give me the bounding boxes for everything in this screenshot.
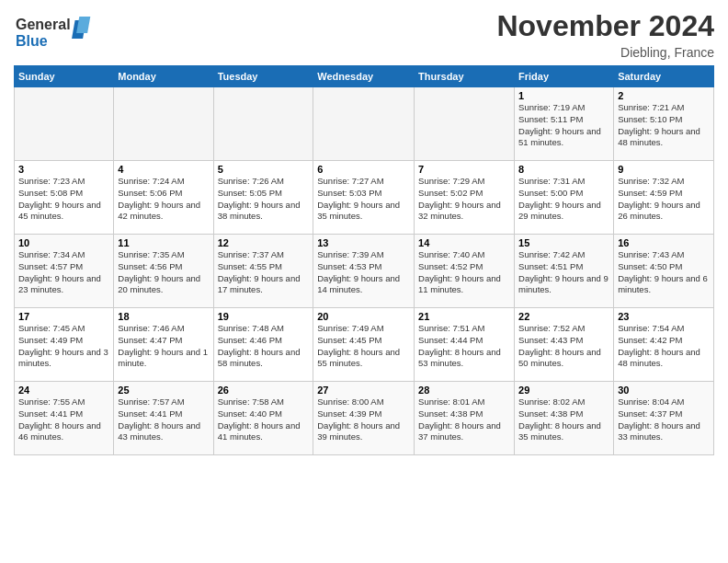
day-cell: 5Sunrise: 7:26 AM Sunset: 5:05 PM Daylig… [213,161,313,235]
day-info: Sunrise: 7:43 AM Sunset: 4:50 PM Dayligh… [618,249,710,296]
weekday-header-row: Sunday Monday Tuesday Wednesday Thursday… [15,66,714,87]
logo: General Blue [14,13,97,57]
day-number: 30 [618,385,710,396]
day-number: 18 [118,311,209,322]
logo-block: General Blue [14,13,97,57]
header: General Blue November 2024 Diebling, Fra… [14,9,714,60]
day-info: Sunrise: 8:00 AM Sunset: 4:39 PM Dayligh… [317,396,410,443]
day-cell: 28Sunrise: 8:01 AM Sunset: 4:38 PM Dayli… [415,382,515,455]
day-number: 15 [518,237,609,248]
day-number: 25 [118,385,209,396]
day-info: Sunrise: 7:40 AM Sunset: 4:52 PM Dayligh… [418,249,510,296]
week-row-2: 3Sunrise: 7:23 AM Sunset: 5:08 PM Daylig… [15,161,714,235]
day-number: 4 [118,164,209,175]
day-cell: 6Sunrise: 7:27 AM Sunset: 5:03 PM Daylig… [313,161,415,235]
day-cell: 24Sunrise: 7:55 AM Sunset: 4:41 PM Dayli… [15,382,114,455]
day-info: Sunrise: 8:02 AM Sunset: 4:38 PM Dayligh… [518,396,609,443]
week-row-1: 1Sunrise: 7:19 AM Sunset: 5:11 PM Daylig… [15,87,714,161]
header-saturday: Saturday [614,66,714,87]
day-info: Sunrise: 7:29 AM Sunset: 5:02 PM Dayligh… [418,176,510,223]
day-number: 2 [618,90,710,101]
day-info: Sunrise: 7:23 AM Sunset: 5:08 PM Dayligh… [18,176,109,223]
day-number: 26 [218,385,310,396]
day-cell: 29Sunrise: 8:02 AM Sunset: 4:38 PM Dayli… [515,382,614,455]
day-cell [213,87,313,161]
day-number: 16 [618,237,710,248]
day-info: Sunrise: 7:42 AM Sunset: 4:51 PM Dayligh… [518,249,609,296]
week-row-3: 10Sunrise: 7:34 AM Sunset: 4:57 PM Dayli… [15,235,714,308]
day-cell [313,87,415,161]
day-number: 19 [218,311,310,322]
day-cell: 17Sunrise: 7:45 AM Sunset: 4:49 PM Dayli… [15,308,114,382]
svg-text:General: General [16,17,71,32]
svg-marker-3 [76,17,90,33]
day-number: 23 [618,311,710,322]
day-number: 3 [18,164,109,175]
day-number: 9 [618,164,710,175]
day-cell: 7Sunrise: 7:29 AM Sunset: 5:02 PM Daylig… [415,161,515,235]
month-title: November 2024 [496,9,714,43]
header-thursday: Thursday [415,66,515,87]
header-sunday: Sunday [15,66,114,87]
day-cell: 26Sunrise: 7:58 AM Sunset: 4:40 PM Dayli… [213,382,313,455]
day-info: Sunrise: 8:04 AM Sunset: 4:37 PM Dayligh… [618,396,710,443]
day-info: Sunrise: 7:48 AM Sunset: 4:46 PM Dayligh… [218,323,310,370]
calendar-table: Sunday Monday Tuesday Wednesday Thursday… [14,65,714,455]
day-cell: 27Sunrise: 8:00 AM Sunset: 4:39 PM Dayli… [313,382,415,455]
day-cell: 3Sunrise: 7:23 AM Sunset: 5:08 PM Daylig… [15,161,114,235]
day-number: 7 [418,164,510,175]
day-number: 17 [18,311,109,322]
day-cell: 16Sunrise: 7:43 AM Sunset: 4:50 PM Dayli… [614,235,714,308]
day-info: Sunrise: 7:37 AM Sunset: 4:55 PM Dayligh… [218,249,310,296]
day-cell: 13Sunrise: 7:39 AM Sunset: 4:53 PM Dayli… [313,235,415,308]
day-number: 28 [418,385,510,396]
day-info: Sunrise: 7:35 AM Sunset: 4:56 PM Dayligh… [118,249,209,296]
day-info: Sunrise: 7:31 AM Sunset: 5:00 PM Dayligh… [518,176,609,223]
day-number: 5 [218,164,310,175]
day-number: 8 [518,164,609,175]
day-cell: 11Sunrise: 7:35 AM Sunset: 4:56 PM Dayli… [114,235,213,308]
day-info: Sunrise: 7:27 AM Sunset: 5:03 PM Dayligh… [317,176,410,223]
day-info: Sunrise: 7:39 AM Sunset: 4:53 PM Dayligh… [317,249,410,296]
day-cell: 12Sunrise: 7:37 AM Sunset: 4:55 PM Dayli… [213,235,313,308]
day-number: 27 [317,385,410,396]
day-number: 20 [317,311,410,322]
day-cell: 2Sunrise: 7:21 AM Sunset: 5:10 PM Daylig… [614,87,714,161]
day-info: Sunrise: 7:34 AM Sunset: 4:57 PM Dayligh… [18,249,109,296]
logo-svg: General Blue [14,13,97,53]
header-tuesday: Tuesday [213,66,313,87]
day-number: 1 [518,90,609,101]
day-number: 6 [317,164,410,175]
header-friday: Friday [515,66,614,87]
day-cell: 21Sunrise: 7:51 AM Sunset: 4:44 PM Dayli… [415,308,515,382]
day-info: Sunrise: 7:49 AM Sunset: 4:45 PM Dayligh… [317,323,410,370]
header-monday: Monday [114,66,213,87]
day-info: Sunrise: 7:21 AM Sunset: 5:10 PM Dayligh… [618,102,710,149]
day-cell [114,87,213,161]
day-cell: 25Sunrise: 7:57 AM Sunset: 4:41 PM Dayli… [114,382,213,455]
day-cell: 15Sunrise: 7:42 AM Sunset: 4:51 PM Dayli… [515,235,614,308]
week-row-4: 17Sunrise: 7:45 AM Sunset: 4:49 PM Dayli… [15,308,714,382]
day-cell: 4Sunrise: 7:24 AM Sunset: 5:06 PM Daylig… [114,161,213,235]
day-number: 13 [317,237,410,248]
day-cell: 30Sunrise: 8:04 AM Sunset: 4:37 PM Dayli… [614,382,714,455]
location: Diebling, France [496,45,714,60]
day-info: Sunrise: 7:45 AM Sunset: 4:49 PM Dayligh… [18,323,109,370]
day-cell [415,87,515,161]
day-info: Sunrise: 7:24 AM Sunset: 5:06 PM Dayligh… [118,176,209,223]
day-cell: 22Sunrise: 7:52 AM Sunset: 4:43 PM Dayli… [515,308,614,382]
day-cell: 19Sunrise: 7:48 AM Sunset: 4:46 PM Dayli… [213,308,313,382]
day-info: Sunrise: 7:54 AM Sunset: 4:42 PM Dayligh… [618,323,710,370]
day-cell: 23Sunrise: 7:54 AM Sunset: 4:42 PM Dayli… [614,308,714,382]
day-info: Sunrise: 7:57 AM Sunset: 4:41 PM Dayligh… [118,396,209,443]
day-info: Sunrise: 7:19 AM Sunset: 5:11 PM Dayligh… [518,102,609,149]
day-cell: 8Sunrise: 7:31 AM Sunset: 5:00 PM Daylig… [515,161,614,235]
day-info: Sunrise: 7:51 AM Sunset: 4:44 PM Dayligh… [418,323,510,370]
header-wednesday: Wednesday [313,66,415,87]
day-info: Sunrise: 7:52 AM Sunset: 4:43 PM Dayligh… [518,323,609,370]
day-number: 11 [118,237,209,248]
day-number: 21 [418,311,510,322]
day-number: 29 [518,385,609,396]
day-cell: 20Sunrise: 7:49 AM Sunset: 4:45 PM Dayli… [313,308,415,382]
title-block: November 2024 Diebling, France [496,9,714,60]
